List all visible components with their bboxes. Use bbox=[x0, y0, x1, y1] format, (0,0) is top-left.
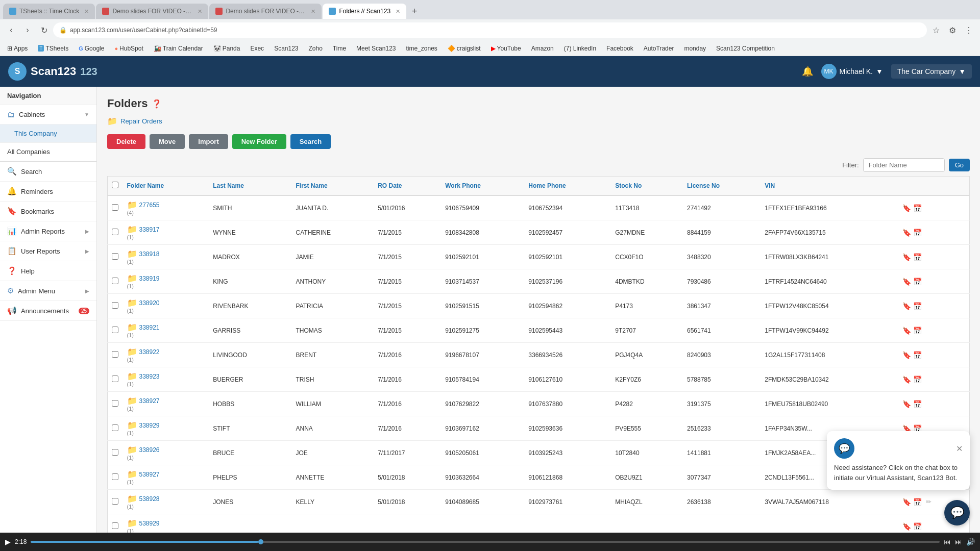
refresh-button[interactable]: ↻ bbox=[37, 23, 51, 37]
browser-tab-1[interactable]: TSheets :: Time Clock ✕ bbox=[3, 4, 95, 19]
folder-link[interactable]: 📁 338927 bbox=[127, 396, 205, 406]
sidebar-item-reminders[interactable]: 🔔 Reminders bbox=[0, 182, 96, 202]
bookmark-scan123[interactable]: Scan123 bbox=[271, 44, 301, 53]
bookmark-row-icon[interactable]: 🔖 bbox=[902, 498, 911, 506]
delete-button[interactable]: Delete bbox=[107, 134, 145, 149]
menu-button[interactable]: ⋮ bbox=[962, 23, 976, 37]
video-volume[interactable]: 🔊 bbox=[966, 538, 975, 546]
video-progress-bar[interactable] bbox=[31, 541, 940, 543]
folder-link[interactable]: 📁 338923 bbox=[127, 371, 205, 381]
folder-link[interactable]: 📁 338921 bbox=[127, 322, 205, 332]
bookmark-craigslist[interactable]: 🔶 craigslist bbox=[445, 44, 484, 53]
move-button[interactable]: Move bbox=[150, 134, 185, 149]
calendar-row-icon[interactable]: 📅 bbox=[913, 498, 922, 506]
back-button[interactable]: ‹ bbox=[4, 23, 18, 37]
bookmark-exec[interactable]: Exec bbox=[247, 44, 267, 53]
folder-link[interactable]: 📁 338918 bbox=[127, 249, 205, 259]
folder-link[interactable]: 📁 538928 bbox=[127, 494, 205, 504]
sidebar-item-user-reports[interactable]: 📋 User Reports ▶ bbox=[0, 241, 96, 261]
sidebar-item-all-companies[interactable]: All Companies bbox=[0, 143, 96, 161]
bookmark-time[interactable]: Time bbox=[330, 44, 349, 53]
bookmark-hubspot[interactable]: ● HubSpot bbox=[111, 44, 146, 53]
folder-link[interactable]: 📁 338919 bbox=[127, 273, 205, 283]
folder-link[interactable]: 📁 538927 bbox=[127, 469, 205, 479]
sidebar-item-help[interactable]: ❓ Help bbox=[0, 261, 96, 281]
row-checkbox[interactable] bbox=[112, 522, 118, 529]
bookmark-row-icon[interactable]: 🔖 bbox=[902, 278, 911, 286]
row-checkbox[interactable] bbox=[112, 498, 118, 505]
page-help-icon[interactable]: ❓ bbox=[152, 99, 162, 109]
bookmark-row-icon[interactable]: 🔖 bbox=[902, 327, 911, 335]
chat-close-button[interactable]: ✕ bbox=[956, 444, 963, 454]
bookmark-tsheets[interactable]: T TSheets bbox=[35, 44, 71, 53]
sidebar-item-cabinets[interactable]: 🗂 Cabinets ▼ bbox=[0, 105, 96, 124]
search-button[interactable]: Search bbox=[290, 134, 331, 149]
bookmark-row-icon[interactable]: 🔖 bbox=[902, 351, 911, 359]
chat-bubble-button[interactable]: 💬 bbox=[944, 500, 970, 525]
folder-link[interactable]: 📁 338926 bbox=[127, 445, 205, 455]
calendar-row-icon[interactable]: 📅 bbox=[913, 351, 922, 359]
video-skip-forward[interactable]: ⏭ bbox=[955, 538, 962, 546]
row-checkbox[interactable] bbox=[112, 278, 118, 284]
bookmark-zoho[interactable]: Zoho bbox=[306, 44, 326, 53]
bookmark-meet-scan123[interactable]: Meet Scan123 bbox=[353, 44, 399, 53]
sidebar-item-admin-menu[interactable]: ⚙ Admin Menu ▶ bbox=[0, 281, 96, 301]
bookmark-row-icon[interactable]: 🔖 bbox=[902, 204, 911, 212]
bookmark-row-icon[interactable]: 🔖 bbox=[902, 400, 911, 408]
filter-go-button[interactable]: Go bbox=[949, 159, 970, 171]
bookmark-button[interactable]: ☆ bbox=[929, 23, 943, 37]
folder-link[interactable]: 📁 338917 bbox=[127, 224, 205, 234]
folder-link[interactable]: 📁 277655 bbox=[127, 200, 205, 210]
row-checkbox[interactable] bbox=[112, 449, 118, 456]
app-logo[interactable]: S Scan123 123 bbox=[8, 62, 97, 81]
address-bar[interactable]: 🔒 app.scan123.com/user/userCabinet.php?c… bbox=[53, 22, 927, 38]
forward-button[interactable]: › bbox=[20, 23, 35, 37]
bookmark-google[interactable]: G Google bbox=[76, 44, 107, 53]
calendar-row-icon[interactable]: 📅 bbox=[913, 522, 922, 531]
user-menu[interactable]: MK Michael K. ▼ bbox=[821, 64, 883, 79]
calendar-row-icon[interactable]: 📅 bbox=[913, 302, 922, 310]
new-folder-button[interactable]: New Folder bbox=[232, 134, 286, 149]
calendar-row-icon[interactable]: 📅 bbox=[913, 375, 922, 384]
row-checkbox[interactable] bbox=[112, 400, 118, 407]
bookmark-scan123-competition[interactable]: Scan123 Competition bbox=[713, 44, 778, 53]
import-button[interactable]: Import bbox=[189, 134, 228, 149]
select-all-checkbox[interactable] bbox=[112, 182, 118, 188]
tab-close-2[interactable]: ✕ bbox=[198, 8, 202, 15]
folder-link[interactable]: 📁 338922 bbox=[127, 347, 205, 357]
tab-close-4[interactable]: ✕ bbox=[396, 8, 400, 15]
bookmark-apps[interactable]: ⊞ Apps bbox=[4, 44, 31, 53]
folder-link[interactable]: 📁 538929 bbox=[127, 518, 205, 528]
row-checkbox[interactable] bbox=[112, 302, 118, 309]
calendar-row-icon[interactable]: 📅 bbox=[913, 327, 922, 335]
bookmark-train-calendar[interactable]: 🚂 Train Calendar bbox=[151, 44, 206, 53]
bookmark-facebook[interactable]: Facebook bbox=[603, 44, 636, 53]
filter-input[interactable] bbox=[863, 158, 945, 172]
calendar-row-icon[interactable]: 📅 bbox=[913, 278, 922, 286]
row-checkbox[interactable] bbox=[112, 229, 118, 235]
row-checkbox[interactable] bbox=[112, 253, 118, 260]
bookmark-row-icon[interactable]: 🔖 bbox=[902, 375, 911, 384]
bookmark-monday[interactable]: monday bbox=[681, 44, 709, 53]
bookmark-youtube[interactable]: ▶ YouTube bbox=[488, 44, 524, 53]
row-checkbox[interactable] bbox=[112, 351, 118, 358]
sidebar-item-admin-reports[interactable]: 📊 Admin Reports ▶ bbox=[0, 221, 96, 241]
browser-tab-4[interactable]: Folders // Scan123 ✕ bbox=[323, 4, 406, 19]
calendar-row-icon[interactable]: 📅 bbox=[913, 400, 922, 408]
calendar-row-icon[interactable]: 📅 bbox=[913, 229, 922, 237]
bookmark-linkedin[interactable]: (7) LinkedIn bbox=[561, 44, 599, 53]
folder-link[interactable]: 📁 338929 bbox=[127, 420, 205, 430]
video-skip-back[interactable]: ⏮ bbox=[944, 538, 951, 546]
bookmark-row-icon[interactable]: 🔖 bbox=[902, 229, 911, 237]
bookmark-amazon[interactable]: Amazon bbox=[528, 44, 557, 53]
folder-link[interactable]: 📁 338920 bbox=[127, 298, 205, 308]
sidebar-item-search[interactable]: 🔍 Search bbox=[0, 161, 96, 182]
sidebar-item-announcements[interactable]: 📢 Announcements 25 bbox=[0, 301, 96, 321]
row-checkbox[interactable] bbox=[112, 204, 118, 211]
calendar-row-icon[interactable]: 📅 bbox=[913, 204, 922, 212]
sidebar-item-bookmarks[interactable]: 🔖 Bookmarks bbox=[0, 202, 96, 221]
calendar-row-icon[interactable]: 📅 bbox=[913, 253, 922, 261]
bookmark-time-zones[interactable]: time_zones bbox=[403, 44, 440, 53]
sidebar-item-this-company[interactable]: This Company bbox=[0, 124, 96, 143]
row-checkbox[interactable] bbox=[112, 375, 118, 382]
